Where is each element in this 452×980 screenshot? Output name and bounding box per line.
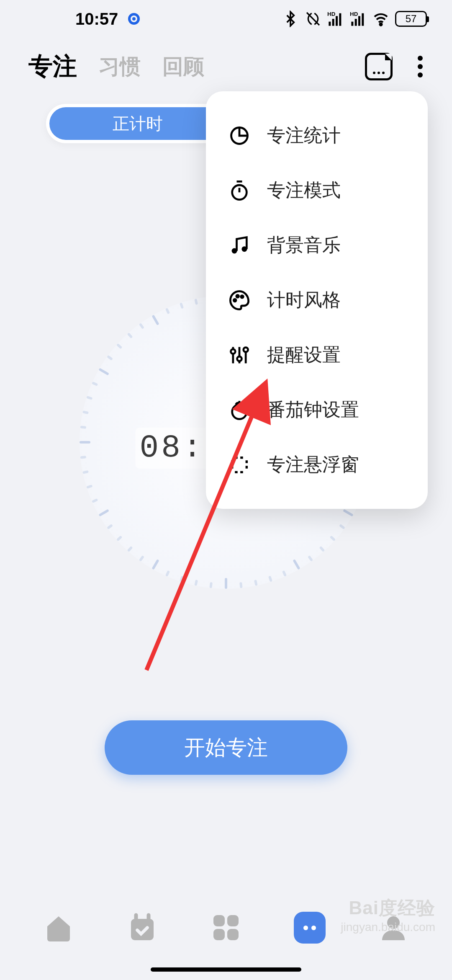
svg-point-18 [231, 349, 235, 353]
signal-2-icon: HD [350, 10, 367, 27]
svg-point-10 [380, 23, 382, 26]
svg-rect-7 [355, 19, 357, 26]
settings-dropdown: 专注统计 专注模式 背景音乐 计时风格 提醒设置 番茄钟设置 专注悬浮窗 [206, 91, 428, 509]
tab-habit[interactable]: 习惯 [99, 53, 141, 81]
bluetooth-icon [282, 10, 299, 27]
music-icon [229, 235, 250, 256]
svg-rect-8 [358, 16, 360, 26]
floating-window-icon [229, 454, 250, 476]
menu-floating-window[interactable]: 专注悬浮窗 [206, 437, 428, 492]
home-icon [44, 913, 74, 943]
menu-label: 计时风格 [267, 288, 341, 312]
svg-point-15 [234, 299, 236, 302]
signal-1-icon: HD [327, 10, 344, 27]
palette-icon [229, 289, 250, 311]
watermark: Bai度经验 jingyan.baidu.com [341, 896, 435, 934]
svg-text:HD: HD [327, 11, 336, 17]
focus-active-icon [294, 912, 326, 944]
menu-label: 专注悬浮窗 [267, 452, 359, 477]
svg-rect-4 [339, 13, 341, 26]
stopwatch-icon [229, 180, 250, 201]
svg-point-13 [232, 248, 237, 253]
menu-label: 专注模式 [267, 178, 341, 203]
status-time: 10:57 [75, 10, 118, 28]
menu-background-music[interactable]: 背景音乐 [206, 218, 428, 273]
svg-rect-27 [213, 929, 225, 940]
tab-focus[interactable]: 专注 [28, 50, 77, 83]
svg-point-14 [241, 246, 247, 252]
menu-reminder-settings[interactable]: 提醒设置 [206, 328, 428, 382]
svg-rect-3 [336, 16, 338, 26]
svg-rect-26 [227, 915, 239, 926]
status-bar: 10:57 HD HD 57 [0, 0, 452, 38]
menu-label: 番茄钟设置 [267, 397, 359, 422]
svg-rect-9 [362, 13, 364, 26]
sliders-icon [229, 344, 250, 366]
menu-focus-stats[interactable]: 专注统计 [206, 108, 428, 163]
start-focus-button[interactable]: 开始专注 [105, 720, 347, 775]
menu-focus-mode[interactable]: 专注模式 [206, 163, 428, 218]
menu-label: 提醒设置 [267, 343, 341, 367]
menu-label: 专注统计 [267, 123, 341, 148]
grid-icon [211, 913, 241, 943]
svg-rect-6 [351, 22, 353, 26]
svg-point-16 [236, 295, 239, 297]
pie-chart-icon [229, 125, 250, 147]
svg-point-17 [241, 295, 244, 298]
menu-pomodoro-settings[interactable]: 番茄钟设置 [206, 382, 428, 437]
svg-rect-28 [227, 929, 239, 940]
svg-point-19 [237, 356, 242, 361]
menu-label: 背景音乐 [267, 233, 341, 258]
svg-rect-25 [213, 915, 225, 926]
mute-icon [305, 10, 321, 27]
svg-point-20 [244, 347, 248, 352]
card-button[interactable] [365, 53, 393, 80]
svg-point-21 [232, 405, 247, 419]
calendar-check-icon [127, 913, 157, 943]
svg-text:HD: HD [350, 11, 358, 17]
wifi-icon [372, 10, 389, 27]
more-menu-button[interactable] [418, 56, 427, 77]
nav-calendar[interactable] [126, 911, 159, 944]
svg-rect-1 [329, 22, 331, 26]
recording-indicator-icon [128, 13, 140, 25]
nav-home[interactable] [42, 911, 75, 944]
home-indicator[interactable] [151, 967, 301, 972]
tab-review[interactable]: 回顾 [162, 53, 204, 81]
nav-apps[interactable] [209, 911, 243, 944]
battery-icon: 57 [395, 11, 427, 27]
status-icons: HD HD 57 [282, 10, 427, 27]
svg-rect-2 [332, 19, 334, 26]
menu-timer-style[interactable]: 计时风格 [206, 273, 428, 328]
tomato-icon [229, 399, 250, 421]
nav-focus[interactable] [293, 911, 326, 944]
pill-count-up[interactable]: 正计时 [49, 107, 226, 140]
